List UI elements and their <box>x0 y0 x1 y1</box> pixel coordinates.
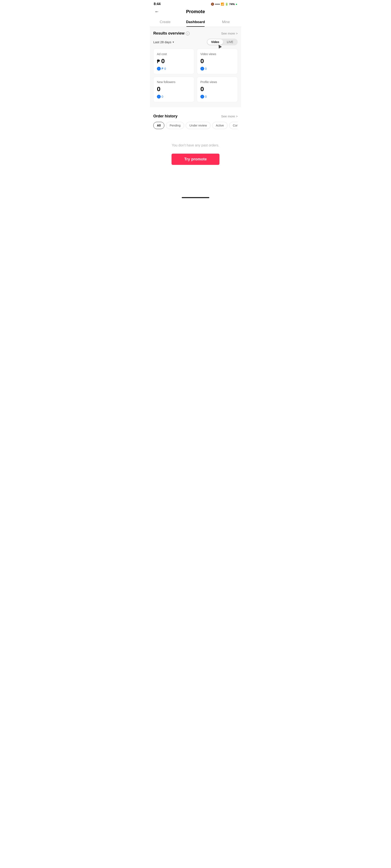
tab-create[interactable]: Create <box>150 17 180 27</box>
video-views-change: ↑ 0 <box>200 67 234 70</box>
profile-views-value: 0 <box>200 85 234 93</box>
status-time: 8:44 <box>154 2 160 6</box>
filter-all[interactable]: All <box>153 122 164 129</box>
filter-pending[interactable]: Pending <box>166 122 184 129</box>
status-right: 🔕 ▪▪▪▪▪ 📶 🔋 74% ● <box>211 3 237 6</box>
period-selector[interactable]: Last 28 days ▾ <box>153 40 174 44</box>
battery-dot: ● <box>236 3 237 6</box>
content-type-toggle: Video LIVE <box>207 38 238 45</box>
try-promote-button[interactable]: Try promote <box>172 154 219 165</box>
ad-cost-value: ₱ 0 <box>157 57 191 65</box>
mute-icon: 🔕 <box>211 3 214 6</box>
home-indicator <box>150 194 241 200</box>
up-arrow-icon: ↑ <box>200 67 204 70</box>
wifi-icon: 📶 <box>221 3 224 6</box>
home-bar <box>182 197 209 198</box>
order-history-title: Order history <box>153 114 178 119</box>
new-followers-change: ↑ 0 <box>157 95 191 98</box>
status-bar: 8:44 🔕 ▪▪▪▪▪ 📶 🔋 74% ● <box>150 0 241 7</box>
stats-grid: Ad cost ₱ 0 ↑ ₱ 0 Video views 0 ↑ 0 <box>153 49 238 102</box>
ad-cost-change: ↑ ₱ 0 <box>157 67 191 70</box>
order-history-see-more-button[interactable]: See more > <box>221 115 238 118</box>
results-overview-title: Results overview <box>153 31 184 36</box>
new-followers-label: New followers <box>157 80 191 84</box>
results-overview-header: Results overview i See more > <box>153 31 238 36</box>
order-history-section: Order history See more > All Pending Und… <box>150 110 241 194</box>
tabs-bar: Create Dashboard Mine <box>150 17 241 27</box>
filter-completed[interactable]: Completed <box>229 122 238 129</box>
header: ← Promote <box>150 7 241 17</box>
section-title-row: Results overview i <box>153 31 189 36</box>
order-history-header: Order history See more > <box>153 114 238 119</box>
controls-row: Last 28 days ▾ Video LIVE <box>153 38 238 45</box>
period-label: Last 28 days <box>153 40 171 44</box>
video-views-value: 0 <box>200 57 234 65</box>
empty-state: You don't have any past orders. Try prom… <box>153 135 238 171</box>
results-see-more-button[interactable]: See more > <box>221 32 238 35</box>
new-followers-card: New followers 0 ↑ 0 <box>153 77 194 102</box>
up-arrow-icon: ↑ <box>200 95 204 98</box>
signal-icon: ▪▪▪▪▪ <box>215 3 220 6</box>
video-pill[interactable]: Video <box>207 39 223 45</box>
profile-views-label: Profile views <box>200 80 234 84</box>
battery-icon: 🔋 <box>225 3 229 6</box>
battery-percent: 74% <box>229 3 235 6</box>
filter-active[interactable]: Active <box>212 122 228 129</box>
up-arrow-icon: ↑ <box>157 67 161 70</box>
order-filter-tabs: All Pending Under review Active Complete… <box>153 122 238 130</box>
new-followers-value: 0 <box>157 85 191 93</box>
tab-dashboard[interactable]: Dashboard <box>180 17 211 27</box>
currency-symbol: ₱ <box>157 59 161 64</box>
profile-views-change: ↑ 0 <box>200 95 234 98</box>
profile-views-card: Profile views 0 ↑ 0 <box>197 77 238 102</box>
up-arrow-icon: ↑ <box>157 95 161 98</box>
live-pill[interactable]: LIVE <box>223 39 237 45</box>
filter-under-review[interactable]: Under review <box>186 122 210 129</box>
info-icon[interactable]: i <box>186 32 189 35</box>
results-overview-section: Results overview i See more > Last 28 da… <box>150 27 241 107</box>
ad-cost-card: Ad cost ₱ 0 ↑ ₱ 0 <box>153 49 194 74</box>
back-button[interactable]: ← <box>154 8 160 15</box>
ad-cost-label: Ad cost <box>157 52 191 56</box>
page-wrapper: 8:44 🔕 ▪▪▪▪▪ 📶 🔋 74% ● ← Promote Create … <box>150 0 241 200</box>
chevron-down-icon: ▾ <box>173 40 174 44</box>
video-views-card: Video views 0 ↑ 0 <box>197 49 238 74</box>
empty-state-text: You don't have any past orders. <box>172 144 219 147</box>
page-title: Promote <box>186 9 205 14</box>
status-icons: 🔕 ▪▪▪▪▪ 📶 🔋 74% ● <box>211 3 237 6</box>
video-views-label: Video views <box>200 52 234 56</box>
tab-mine[interactable]: Mine <box>211 17 241 27</box>
